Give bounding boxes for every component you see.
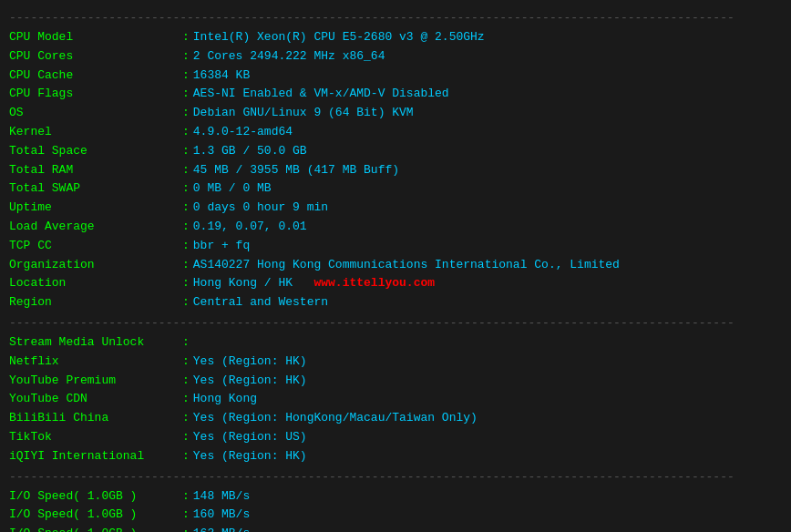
stream-media-section: Stream Media Unlock : Netflix : Yes (Reg… [9, 333, 782, 466]
tiktok-label: TikTok [9, 428, 182, 447]
cpu-cache-row: CPU Cache : 16384 KB [9, 66, 782, 86]
cpu-cache-value: 16384 KB [193, 66, 250, 86]
total-space-row: Total Space : 1.3 GB / 50.0 GB [9, 142, 782, 161]
io-speed-section: I/O Speed( 1.0GB ) : 148 MB/s I/O Speed(… [9, 487, 782, 532]
middle-divider-2: ----------------------------------------… [9, 470, 782, 484]
bilibili-value: Yes (Region: HongKong/Macau/Taiwan Only) [193, 409, 478, 428]
region-value: Central and Western [193, 293, 328, 312]
youtube-cdn-row: YouTube CDN : Hong Kong [9, 390, 782, 409]
netflix-label: Netflix [9, 353, 182, 372]
organization-row: Organization : AS140227 Hong Kong Commun… [9, 256, 782, 275]
cpu-flags-value: AES-NI Enabled & VM-x/AMD-V Disabled [193, 85, 449, 104]
netflix-value: Yes (Region: HK) [193, 353, 307, 372]
io-speed-1-label: I/O Speed( 1.0GB ) [9, 487, 182, 506]
iqiyi-value: Yes (Region: HK) [193, 447, 307, 466]
total-swap-label: Total SWAP [9, 179, 182, 199]
iqiyi-label: iQIYI International [9, 447, 182, 466]
uptime-label: Uptime [9, 199, 182, 218]
uptime-value: 0 days 0 hour 9 min [193, 199, 328, 218]
io-speed-2-row: I/O Speed( 1.0GB ) : 160 MB/s [9, 506, 782, 525]
total-space-label: Total Space [9, 142, 182, 161]
cpu-flags-label: CPU Flags [9, 85, 182, 104]
location-label: Location [9, 274, 182, 293]
os-value: Debian GNU/Linux 9 (64 Bit) KVM [193, 104, 414, 123]
watermark: www.ittellyou.com [293, 274, 435, 293]
tiktok-row: TikTok : Yes (Region: US) [9, 428, 782, 447]
top-divider: ----------------------------------------… [9, 11, 782, 25]
middle-divider-1: ----------------------------------------… [9, 316, 782, 330]
total-ram-label: Total RAM [9, 161, 182, 180]
location-value: Hong Kong / HK [193, 274, 293, 293]
io-speed-1-row: I/O Speed( 1.0GB ) : 148 MB/s [9, 487, 782, 506]
os-label: OS [9, 104, 182, 123]
youtube-premium-row: YouTube Premium : Yes (Region: HK) [9, 372, 782, 391]
io-speed-2-label: I/O Speed( 1.0GB ) [9, 506, 182, 525]
organization-label: Organization [9, 256, 182, 275]
cpu-cache-label: CPU Cache [9, 66, 182, 86]
tcp-cc-row: TCP CC : bbr + fq [9, 237, 782, 256]
total-ram-value: 45 MB / 3955 MB (417 MB Buff) [193, 161, 399, 180]
total-swap-value: 0 MB / 0 MB [193, 179, 272, 199]
total-space-value: 1.3 GB / 50.0 GB [193, 142, 307, 161]
total-swap-row: Total SWAP : 0 MB / 0 MB [9, 179, 782, 199]
region-row: Region : Central and Western [9, 293, 782, 312]
cpu-cores-label: CPU Cores [9, 47, 182, 66]
cpu-model-value: Intel(R) Xeon(R) CPU E5-2680 v3 @ 2.50GH… [193, 28, 485, 47]
youtube-cdn-label: YouTube CDN [9, 390, 182, 409]
bilibili-label: BiliBili China [9, 409, 182, 428]
cpu-cores-row: CPU Cores : 2 Cores 2494.222 MHz x86_64 [9, 47, 782, 66]
location-row: Location : Hong Kong / HK www.ittellyou.… [9, 274, 782, 293]
io-speed-3-label: I/O Speed( 1.0GB ) [9, 525, 182, 532]
system-info-section: CPU Model : Intel(R) Xeon(R) CPU E5-2680… [9, 28, 782, 312]
os-row: OS : Debian GNU/Linux 9 (64 Bit) KVM [9, 104, 782, 123]
kernel-row: Kernel : 4.9.0-12-amd64 [9, 123, 782, 142]
io-speed-1-value: 148 MB/s [193, 487, 250, 506]
load-avg-label: Load Average [9, 218, 182, 237]
youtube-premium-value: Yes (Region: HK) [193, 372, 307, 391]
netflix-row: Netflix : Yes (Region: HK) [9, 353, 782, 372]
io-speed-3-row: I/O Speed( 1.0GB ) : 163 MB/s [9, 525, 782, 532]
cpu-model-label: CPU Model [9, 28, 182, 47]
uptime-row: Uptime : 0 days 0 hour 9 min [9, 199, 782, 218]
stream-media-title-row: Stream Media Unlock : [9, 333, 782, 353]
stream-media-title: Stream Media Unlock [9, 333, 182, 353]
tiktok-value: Yes (Region: US) [193, 428, 307, 447]
iqiyi-row: iQIYI International : Yes (Region: HK) [9, 447, 782, 466]
tcp-cc-value: bbr + fq [193, 237, 250, 256]
tcp-cc-label: TCP CC [9, 237, 182, 256]
cpu-model-row: CPU Model : Intel(R) Xeon(R) CPU E5-2680… [9, 28, 782, 47]
region-label: Region [9, 293, 182, 312]
kernel-value: 4.9.0-12-amd64 [193, 123, 293, 142]
io-speed-3-value: 163 MB/s [193, 525, 250, 532]
youtube-premium-label: YouTube Premium [9, 372, 182, 391]
load-avg-row: Load Average : 0.19, 0.07, 0.01 [9, 218, 782, 237]
kernel-label: Kernel [9, 123, 182, 142]
load-avg-value: 0.19, 0.07, 0.01 [193, 218, 307, 237]
cpu-flags-row: CPU Flags : AES-NI Enabled & VM-x/AMD-V … [9, 85, 782, 104]
organization-value: AS140227 Hong Kong Communications Intern… [193, 256, 620, 275]
bilibili-row: BiliBili China : Yes (Region: HongKong/M… [9, 409, 782, 428]
io-speed-2-value: 160 MB/s [193, 506, 250, 525]
cpu-cores-value: 2 Cores 2494.222 MHz x86_64 [193, 47, 385, 66]
youtube-cdn-value: Hong Kong [193, 390, 257, 409]
total-ram-row: Total RAM : 45 MB / 3955 MB (417 MB Buff… [9, 161, 782, 180]
